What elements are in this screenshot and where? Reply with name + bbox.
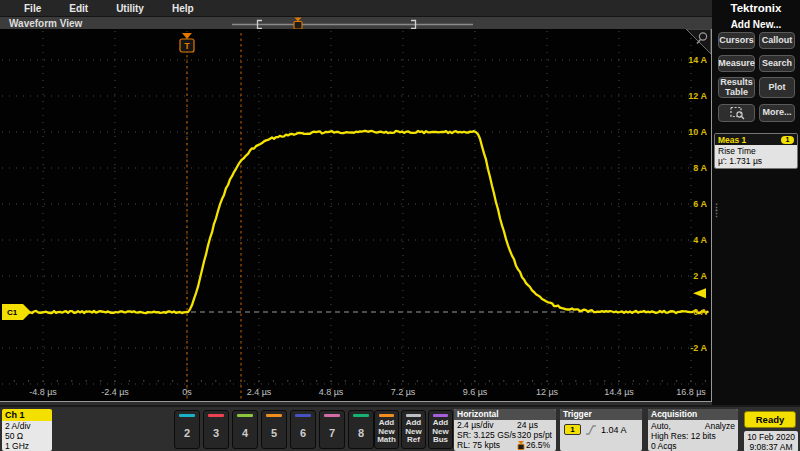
minimap-trigger-position-icon[interactable] — [294, 18, 302, 30]
channel-5-button[interactable]: 5 — [261, 410, 287, 449]
date-text: 10 Feb 2020 — [744, 432, 798, 442]
add-new-ref-button[interactable]: AddNewRef — [401, 410, 426, 449]
minor-tick-dot — [402, 380, 403, 381]
minor-tick-dot — [71, 380, 72, 381]
x-tick-label: 14.4 µs — [604, 387, 634, 397]
plot-button[interactable]: Plot — [759, 77, 795, 98]
channel-1-badge[interactable]: Ch 1 2 A/div50 Ω1 GHz — [2, 409, 52, 451]
results-table-button[interactable]: Results Table — [718, 77, 755, 98]
acquisition-count: 0 Acqs — [651, 441, 735, 451]
channel-1-setting-2: 1 GHz — [5, 441, 49, 451]
minor-tick-dot — [273, 380, 274, 381]
minor-tick-dot — [316, 380, 317, 381]
horizontal-panel[interactable]: Horizontal 2.4 µs/div24 µsSR: 3.125 GS/s… — [454, 409, 556, 451]
acquisition-mode: Auto, — [651, 421, 671, 431]
minor-tick-dot — [302, 380, 303, 381]
trigger-source-badge: 1 — [564, 424, 581, 435]
minor-tick-dot — [345, 380, 346, 381]
y-tick-label: 12 A — [688, 91, 707, 101]
tektronix-logo: Tektronix — [712, 0, 800, 14]
callout-button[interactable]: Callout — [759, 32, 795, 49]
minor-tick-dot — [604, 380, 605, 381]
meas-badge-body: Rise Time µ': 1.731 µs — [715, 145, 797, 168]
menu-utility[interactable]: Utility — [102, 3, 158, 14]
channel-5-color-stripe — [266, 414, 282, 417]
draw-a-box-button[interactable] — [718, 104, 755, 122]
channel-3-color-stripe — [208, 414, 224, 417]
menu-help[interactable]: Help — [158, 3, 208, 14]
tekscope-window: FileEditUtilityHelp Waveform View -4.8 µ… — [0, 0, 800, 451]
channel-2-button[interactable]: 2 — [174, 410, 200, 449]
x-axis-labels: -4.8 µs-2.4 µs0s2.4 µs4.8 µs7.2 µs9.6 µs… — [29, 387, 706, 397]
trigger-position-icon — [517, 441, 525, 450]
zoom-corner-button[interactable] — [686, 29, 711, 54]
trigger-level-arrow[interactable] — [693, 288, 706, 298]
cursors-button[interactable]: Cursors — [718, 32, 755, 49]
acquisition-panel-title: Acquisition — [648, 409, 738, 420]
horizontal-row-2: RL: 75 kpts26.5% — [457, 441, 553, 451]
channel-6-number: 6 — [300, 427, 306, 439]
channel-2-number: 2 — [184, 427, 190, 439]
add-new-math-color-stripe — [379, 414, 394, 417]
add-new-bus-label: AddNewBus — [432, 419, 448, 446]
minor-tick-dot — [431, 380, 432, 381]
measure-button[interactable]: Measure — [718, 55, 755, 72]
channel-8-button[interactable]: 8 — [348, 410, 374, 449]
bottom-bar: Ch 1 2 A/div50 Ω1 GHz 2345678 AddNewMath… — [0, 405, 800, 451]
menu-file[interactable]: File — [10, 3, 55, 14]
waveform-view-tabbar: Waveform View — [0, 16, 712, 29]
minor-tick-dot — [172, 380, 173, 381]
acquisition-panel[interactable]: Acquisition Auto, Analyze High Res: 12 b… — [648, 409, 738, 451]
panel-splitter-handle[interactable]: ⋮⋮ — [712, 204, 721, 216]
meas-badge[interactable]: Meas 1 1 Rise Time µ': 1.731 µs — [714, 133, 798, 169]
trigger-position-marker[interactable]: T — [180, 33, 194, 52]
channel-1-settings: 2 A/div50 Ω1 GHz — [2, 421, 52, 451]
minor-tick-dot — [244, 380, 245, 381]
channel-4-color-stripe — [237, 414, 253, 417]
trigger-panel[interactable]: Trigger 1 1.04 A — [560, 409, 642, 451]
channel-3-button[interactable]: 3 — [203, 410, 229, 449]
add-new-math-button[interactable]: AddNewMath — [374, 410, 399, 449]
minor-tick-dot — [474, 380, 475, 381]
trigger-level-value: 1.04 A — [601, 425, 627, 435]
horizontal-row-2-left: RL: 75 kpts — [457, 441, 517, 451]
search-button[interactable]: Search — [759, 55, 795, 72]
acquisition-resolution: High Res: 12 bits — [651, 431, 735, 441]
meas-name: Rise Time — [718, 146, 794, 156]
minor-tick-dot — [388, 380, 389, 381]
minor-tick-dot — [618, 380, 619, 381]
channel-6-button[interactable]: 6 — [290, 410, 316, 449]
add-new-bus-button[interactable]: AddNewBus — [428, 410, 453, 449]
ready-status-button[interactable]: Ready — [744, 411, 796, 428]
channel-4-button[interactable]: 4 — [232, 410, 258, 449]
more-button[interactable]: More... — [759, 104, 795, 122]
waveform-plot[interactable]: -4.8 µs-2.4 µs0s2.4 µs4.8 µs7.2 µs9.6 µs… — [0, 29, 712, 402]
x-tick-label: 16.8 µs — [676, 387, 706, 397]
acquisition-panel-body: Auto, Analyze High Res: 12 bits 0 Acqs — [648, 420, 738, 451]
y-tick-label: 8 A — [693, 163, 707, 173]
minor-tick-dot — [258, 380, 259, 381]
minor-tick-dot — [590, 380, 591, 381]
y-tick-label: 6 A — [693, 199, 707, 209]
minor-tick-dot — [57, 380, 58, 381]
minor-tick-dot — [546, 380, 547, 381]
minor-tick-dot — [417, 380, 418, 381]
rising-edge-icon — [585, 425, 597, 435]
menu-edit[interactable]: Edit — [55, 3, 102, 14]
ch1-waveform-trace — [2, 131, 708, 313]
minor-tick-dot — [374, 380, 375, 381]
x-tick-label: 12 µs — [536, 387, 559, 397]
x-tick-label: 2.4 µs — [247, 387, 272, 397]
y-tick-label: 10 A — [688, 127, 707, 137]
ch1-reference-flag[interactable]: C1 — [2, 304, 31, 320]
horizontal-panel-body: 2.4 µs/div24 µsSR: 3.125 GS/s320 ps/ptRL… — [454, 420, 556, 451]
minor-tick-dot — [100, 380, 101, 381]
channel-7-color-stripe — [324, 414, 340, 417]
channel-7-button[interactable]: 7 — [319, 410, 345, 449]
minor-tick-dot — [676, 380, 677, 381]
minor-tick-dot — [287, 380, 288, 381]
menu-bar: FileEditUtilityHelp — [0, 0, 712, 16]
time-text: 9:08:37 AM — [744, 442, 798, 451]
trigger-panel-title: Trigger — [560, 409, 642, 420]
trigger-marker-arrow — [182, 33, 192, 39]
